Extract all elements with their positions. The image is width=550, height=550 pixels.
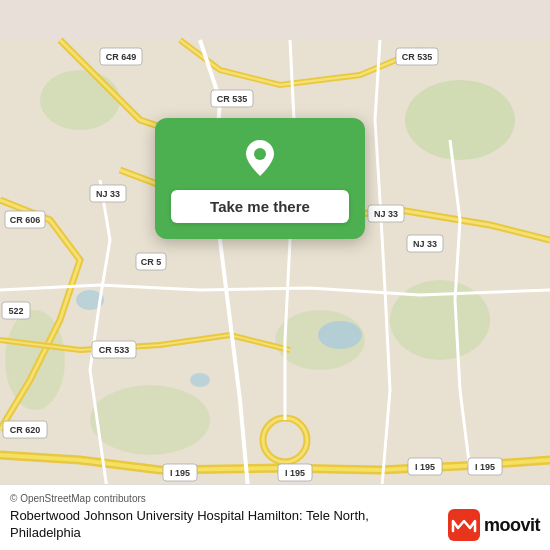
moovit-brand-text: moovit [484, 515, 540, 536]
bottom-bar: © OpenStreetMap contributors Robertwood … [0, 484, 550, 550]
svg-point-7 [318, 321, 362, 349]
svg-text:CR 5: CR 5 [141, 257, 162, 267]
svg-text:I 195: I 195 [475, 462, 495, 472]
svg-text:522: 522 [8, 306, 23, 316]
svg-text:NJ 33: NJ 33 [413, 239, 437, 249]
svg-text:I 195: I 195 [170, 468, 190, 478]
svg-text:CR 606: CR 606 [10, 215, 41, 225]
svg-text:CR 535: CR 535 [402, 52, 433, 62]
svg-text:NJ 33: NJ 33 [96, 189, 120, 199]
svg-text:I 195: I 195 [415, 462, 435, 472]
svg-point-1 [405, 80, 515, 160]
svg-text:I 195: I 195 [285, 468, 305, 478]
svg-point-9 [190, 373, 210, 387]
svg-point-42 [254, 148, 266, 160]
map-attribution: © OpenStreetMap contributors [10, 493, 540, 504]
take-me-there-button[interactable]: Take me there [171, 190, 349, 223]
location-pin-icon [238, 136, 282, 180]
svg-text:NJ 33: NJ 33 [374, 209, 398, 219]
svg-text:CR 533: CR 533 [99, 345, 130, 355]
svg-text:CR 649: CR 649 [106, 52, 137, 62]
moovit-icon-svg [448, 509, 480, 541]
popup-card: Take me there [155, 118, 365, 239]
place-name: Robertwood Johnson University Hospital H… [10, 508, 438, 542]
map-svg: CR 649 CR 535 CR 535 NJ 33 NJ 33 NJ 33 C… [0, 0, 550, 550]
svg-point-5 [90, 385, 210, 455]
svg-text:CR 535: CR 535 [217, 94, 248, 104]
svg-point-2 [40, 70, 120, 130]
moovit-logo: moovit [448, 509, 540, 541]
bottom-row: Robertwood Johnson University Hospital H… [10, 508, 540, 542]
map-container: CR 649 CR 535 CR 535 NJ 33 NJ 33 NJ 33 C… [0, 0, 550, 550]
svg-text:CR 620: CR 620 [10, 425, 41, 435]
